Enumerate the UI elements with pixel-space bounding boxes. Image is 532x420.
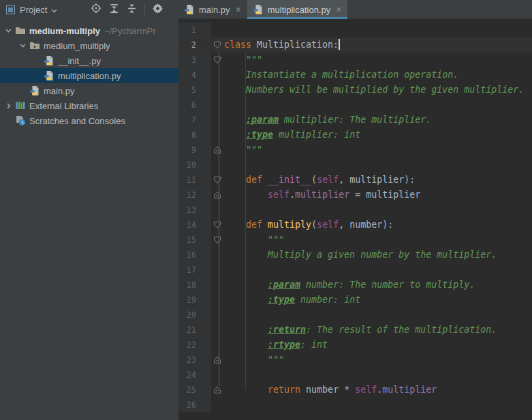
line-number[interactable]: 14 [178, 217, 211, 232]
code-line-2[interactable]: 2class Multiplication: [178, 38, 532, 52]
line-number[interactable]: 23 [178, 352, 211, 368]
line-number[interactable]: 13 [178, 202, 211, 217]
code-line-9[interactable]: 9 """ [178, 142, 532, 158]
code-line-4[interactable]: 4 Instantiate a multiplication operation… [178, 68, 532, 82]
code-text: :rtype: int [223, 338, 532, 352]
chevron-down-icon[interactable] [3, 29, 14, 33]
project-tool-window: Project [0, 0, 178, 420]
code-line-1[interactable]: 1 [178, 22, 532, 38]
code-line-10[interactable]: 10 [178, 158, 532, 172]
package-folder-icon [29, 40, 40, 51]
code-text: Instantiate a multiplication operation. [223, 68, 532, 82]
code-text: """ [223, 232, 532, 247]
fold-spacer [211, 112, 223, 127]
pycharm-window: Project [0, 0, 532, 420]
text-caret [339, 39, 340, 50]
line-number[interactable]: 6 [178, 97, 211, 112]
line-number[interactable]: 19 [178, 292, 211, 308]
line-number[interactable]: 1 [178, 22, 211, 38]
code-line-8[interactable]: 8 :type multiplier: int [178, 127, 532, 142]
collapse-all-icon[interactable] [127, 3, 137, 16]
fold-down-icon[interactable] [211, 232, 223, 247]
locate-file-icon[interactable] [91, 3, 101, 16]
fold-up-icon[interactable] [211, 188, 223, 202]
line-number[interactable]: 18 [178, 278, 211, 292]
code-line-18[interactable]: 18 :param number: The number to multiply… [178, 278, 532, 292]
code-line-22[interactable]: 22 :rtype: int [178, 338, 532, 352]
code-line-14[interactable]: 14 def multiply(self, number): [178, 217, 532, 232]
code-line-12[interactable]: 12 self.multiplier = multiplier [178, 188, 532, 202]
tree-item-multiplication-py[interactable]: multiplication.py [0, 68, 178, 83]
line-number[interactable]: 7 [178, 112, 211, 127]
line-number[interactable]: 8 [178, 127, 211, 142]
line-number[interactable]: 17 [178, 262, 211, 278]
tree-item-label: main.py [44, 86, 75, 96]
line-number[interactable]: 11 [178, 172, 211, 188]
code-line-24[interactable]: 24 [178, 368, 532, 382]
fold-down-icon[interactable] [211, 52, 223, 68]
line-number[interactable]: 24 [178, 368, 211, 382]
line-number[interactable]: 4 [178, 68, 211, 82]
code-line-6[interactable]: 6 [178, 97, 532, 112]
chevron-down-icon[interactable] [17, 44, 29, 48]
python-file-icon [184, 4, 195, 15]
tab-main-py[interactable]: main.py× [178, 0, 247, 19]
close-tab-icon[interactable]: × [336, 5, 341, 14]
line-number[interactable]: 25 [178, 382, 211, 397]
code-line-3[interactable]: 3 """ [178, 52, 532, 68]
fold-down-icon[interactable] [211, 38, 223, 52]
fold-up-icon[interactable] [211, 382, 223, 397]
line-number[interactable]: 10 [178, 158, 211, 172]
tree-item-init-py[interactable]: __init__.py [0, 53, 178, 68]
fold-down-icon[interactable] [211, 172, 223, 188]
code-lines: 12class Multiplication:3 """4 Instantiat… [178, 22, 532, 412]
line-number[interactable]: 2 [178, 38, 211, 52]
python-file-icon [253, 4, 264, 15]
tree-item-medium-multiply[interactable]: medium_multiply [0, 38, 178, 53]
line-number[interactable]: 21 [178, 322, 211, 338]
code-text: Multiply a given number by the multiplie… [223, 247, 532, 262]
fold-spacer [211, 322, 223, 338]
line-number[interactable]: 3 [178, 52, 211, 68]
line-number[interactable]: 9 [178, 142, 211, 158]
line-number[interactable]: 26 [178, 397, 211, 412]
code-editor[interactable]: 12class Multiplication:3 """4 Instantiat… [178, 19, 532, 420]
code-line-21[interactable]: 21 :return: The result of the multiplica… [178, 322, 532, 338]
gear-icon[interactable] [153, 3, 163, 16]
fold-up-icon[interactable] [211, 142, 223, 158]
code-line-13[interactable]: 13 [178, 202, 532, 217]
code-line-17[interactable]: 17 [178, 262, 532, 278]
fold-spacer [211, 97, 223, 112]
tab-multiplication-py[interactable]: multiplication.py× [247, 0, 348, 19]
chevron-down-icon[interactable] [51, 3, 57, 16]
code-line-15[interactable]: 15 """ [178, 232, 532, 247]
code-line-11[interactable]: 11 def __init__(self, multiplier): [178, 172, 532, 188]
tree-item-main-py[interactable]: main.py [0, 83, 178, 98]
code-line-16[interactable]: 16 Multiply a given number by the multip… [178, 247, 532, 262]
expand-all-icon[interactable] [109, 3, 119, 16]
tree-item-medium-multiply[interactable]: medium-multiply~/PycharmPr [0, 23, 178, 38]
fold-spacer [211, 158, 223, 172]
code-line-20[interactable]: 20 [178, 308, 532, 322]
line-number[interactable]: 15 [178, 232, 211, 247]
tree-item-scratches-and-consoles[interactable]: Scratches and Consoles [0, 113, 178, 128]
line-number[interactable]: 5 [178, 82, 211, 97]
line-number[interactable]: 16 [178, 247, 211, 262]
line-number[interactable]: 12 [178, 188, 211, 202]
code-line-23[interactable]: 23 """ [178, 352, 532, 368]
code-line-19[interactable]: 19 :type number: int [178, 292, 532, 308]
fold-down-icon[interactable] [211, 217, 223, 232]
code-line-7[interactable]: 7 :param multiplier: The multiplier. [178, 112, 532, 127]
fold-up-icon[interactable] [211, 352, 223, 368]
code-text [223, 158, 532, 172]
code-line-25[interactable]: 25 return number * self.multiplier [178, 382, 532, 397]
tree-item-external-libraries[interactable]: External Libraries [0, 98, 178, 113]
project-panel-title[interactable]: Project [20, 5, 47, 15]
close-tab-icon[interactable]: × [236, 5, 241, 14]
code-text: :type multiplier: int [223, 127, 532, 142]
line-number[interactable]: 20 [178, 308, 211, 322]
chevron-right-icon[interactable] [3, 103, 14, 109]
code-line-26[interactable]: 26 [178, 397, 532, 412]
code-line-5[interactable]: 5 Numbers will be multiplied by the give… [178, 82, 532, 97]
line-number[interactable]: 22 [178, 338, 211, 352]
